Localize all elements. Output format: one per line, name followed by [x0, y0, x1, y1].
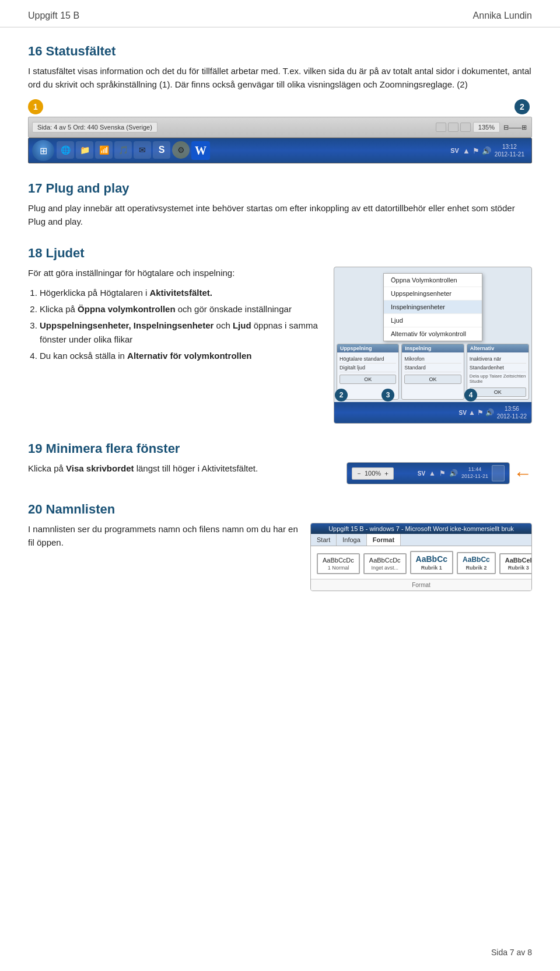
taskbar-tray: SV ▲ ⚑ 🔊 13:12 2012-11-21 [450, 143, 528, 158]
section-18-taskbar: SV ▲ ⚑ 🔊 13:56 2012-11-22 [334, 402, 531, 423]
s19-speaker: 🔊 [449, 469, 458, 477]
taskbar-icon-bt: 📶 [95, 141, 113, 159]
section-19-body-text: Klicka på [28, 463, 66, 473]
section-19-bold: Visa skrivbordet [66, 463, 134, 473]
section-19-body2: längst till höger i Aktivitetsfältet. [134, 463, 258, 473]
section-18-screenshot: Öppna Volymkontrollen Uppspelningsenhete… [334, 267, 532, 424]
s18-clock: 13:56 2012-11-22 [497, 405, 527, 420]
style-rubrik3-label: Rubrik 3 [505, 565, 532, 571]
section-18-heading: 18 Ljudet [28, 246, 532, 261]
menu-item-open-vol: Öppna Volymkontrollen [384, 274, 482, 287]
document-author: Annika Lundin [473, 11, 532, 21]
s19-tray-arrow: ▲ [429, 469, 436, 477]
taskbar-mockup: ⊞ 🌐 📁 📶 🎵 ✉ S ⚙ W SV ▲ ⚑ 🔊 [28, 138, 532, 163]
view-icon-2 [448, 123, 459, 132]
s19-minus: － [356, 469, 362, 478]
screenshot-badge-3: 3 [382, 389, 394, 401]
vol-options-title: Alternativ [467, 344, 528, 352]
section-18-intro: För att göra inställningar för högtalare… [28, 267, 322, 280]
tab-format[interactable]: Format [367, 534, 401, 546]
s19-clock-time: 11:44 [468, 466, 482, 472]
taskbar-icon-mail: ✉ [134, 141, 151, 159]
s19-zoom-val: 100% [365, 470, 381, 477]
section-20-screenshot-container: Uppgift 15 B - windows 7 - Microsoft Wor… [310, 523, 532, 591]
tab-insert[interactable]: Infoga [337, 534, 367, 546]
show-desktop-button[interactable] [492, 465, 505, 481]
section-20-body: I namnlisten ser du programmets namn och… [28, 523, 299, 549]
s19-taskbar: － 100% ＋ SV ▲ ⚑ 🔊 11:44 [347, 463, 509, 484]
style-inget-sample: AaBbCcDc [369, 557, 401, 564]
sound-dialogs-area: Uppspelning Högtalare standard Digitalt … [334, 341, 531, 402]
style-rubrik2: AaBbCc Rubrik 2 [457, 552, 496, 574]
vol-opt-row-2: Standardenhet [470, 364, 526, 372]
section-19: 19 Minimera flera fönster Klicka på Visa… [28, 441, 532, 484]
s19-plus: ＋ [383, 469, 390, 478]
style-rubrik3: AaBbCel Rubrik 3 [499, 553, 532, 574]
s18-tray-arrow: ▲ [468, 408, 475, 417]
tray-icon-arrow: ▲ [463, 146, 470, 155]
arrow-indicator: ← [513, 464, 532, 483]
language-indicator: SV [450, 147, 459, 154]
system-clock: 13:12 2012-11-21 [495, 143, 524, 158]
style-normal: AaBbCcDc 1 Normal [317, 553, 360, 574]
section-20-heading: 20 Namnlisten [28, 502, 532, 517]
section-16: 16 Statusfältet I statusfältet visas inf… [28, 44, 532, 163]
recording-dialog-title: Inspelning [402, 344, 463, 352]
screenshot-badge-4: 4 [464, 389, 477, 401]
page-number: Sida 7 av 8 [491, 948, 532, 957]
ribbon-format-label: Format [311, 579, 531, 591]
playback-ok-btn[interactable]: OK [340, 375, 396, 384]
taskbar-icon-media: 🎵 [114, 141, 132, 159]
style-rubrik1: AaBbCc Rubrik 1 [410, 551, 453, 574]
taskbar-icon-folder: 📁 [76, 141, 93, 159]
status-bar-mockup: Sida: 4 av 5 Ord: 440 Svenska (Sverige) … [28, 117, 532, 138]
s19-clock: 11:44 2012-11-21 [461, 466, 488, 480]
page-header: Uppgift 15 B Annika Lundin [0, 0, 560, 27]
step-1: Högerklicka på Högtalaren i Aktivitetsfä… [40, 286, 322, 300]
s18-clock-time: 13:56 [505, 406, 519, 412]
playback-row-2: Digitalt ljud [340, 364, 396, 372]
section-17: 17 Plug and play Plug and play innebär a… [28, 181, 532, 228]
menu-item-playback: Uppspelningsenheter [384, 287, 482, 301]
clock-date: 2012-11-21 [495, 151, 524, 158]
style-rubrik1-label: Rubrik 1 [416, 565, 447, 571]
sound-screenshot: Öppna Volymkontrollen Uppspelningsenhete… [334, 267, 532, 424]
section-19-text: Klicka på Visa skrivbordet längst till h… [28, 462, 335, 481]
s18-speaker-icon: 🔊 [485, 408, 494, 417]
s18-clock-date: 2012-11-22 [497, 413, 527, 420]
screenshot-badge-2: 2 [335, 389, 348, 401]
recording-ok-btn[interactable]: OK [404, 375, 461, 384]
zoom-level: 135% [473, 122, 500, 132]
s19-tray-area: SV ▲ ⚑ 🔊 11:44 2012-11-21 [418, 465, 505, 481]
vol-opt-ok-btn[interactable]: OK [470, 387, 526, 397]
style-rubrik2-sample: AaBbCc [463, 556, 490, 564]
clock-time: 13:12 [502, 144, 517, 150]
document-title: Uppgift 15 B [28, 11, 79, 21]
s19-zoom-control: － 100% ＋ [352, 467, 394, 480]
section-16-body: I statusfältet visas information och det… [28, 65, 532, 91]
taskbar-icons: 🌐 📁 📶 🎵 ✉ S ⚙ W [57, 141, 448, 160]
badge-2: 2 [514, 99, 530, 114]
view-icons [436, 123, 471, 132]
system-tray-icons: ▲ ⚑ 🔊 [463, 146, 491, 155]
s18-tray: SV ▲ ⚑ 🔊 [459, 408, 494, 417]
vol-opt-row-1: Inaktivera när [470, 355, 526, 364]
section-18-layout: För att göra inställningar för högtalare… [28, 267, 532, 424]
playback-row-1: Högtalare standard [340, 355, 396, 364]
recording-row-2: Standard [404, 364, 461, 372]
tray-icon-flag: ⚑ [473, 146, 480, 155]
section-19-taskbar-screenshot: － 100% ＋ SV ▲ ⚑ 🔊 11:44 [346, 462, 510, 484]
s18-tray-flag: ⚑ [477, 408, 484, 417]
status-page-info: Sida: 4 av 5 Ord: 440 Svenska (Sverige) [32, 122, 158, 132]
start-button[interactable]: ⊞ [32, 140, 54, 161]
word-window-mockup: Uppgift 15 B - windows 7 - Microsoft Wor… [310, 523, 532, 591]
tab-start[interactable]: Start [311, 534, 337, 546]
taskbar-icon-ie: 🌐 [57, 141, 74, 159]
s19-lang: SV [418, 470, 425, 477]
recording-row-1: Mikrofon [404, 355, 461, 364]
menu-item-sound: Ljud [384, 314, 482, 327]
section-16-screenshot: 1 2 Sida: 4 av 5 Ord: 440 Svenska (Sveri… [28, 99, 532, 163]
view-icon-1 [436, 123, 446, 132]
taskbar-icon-word: W [191, 141, 210, 160]
tray-icon-speaker: 🔊 [482, 146, 491, 155]
